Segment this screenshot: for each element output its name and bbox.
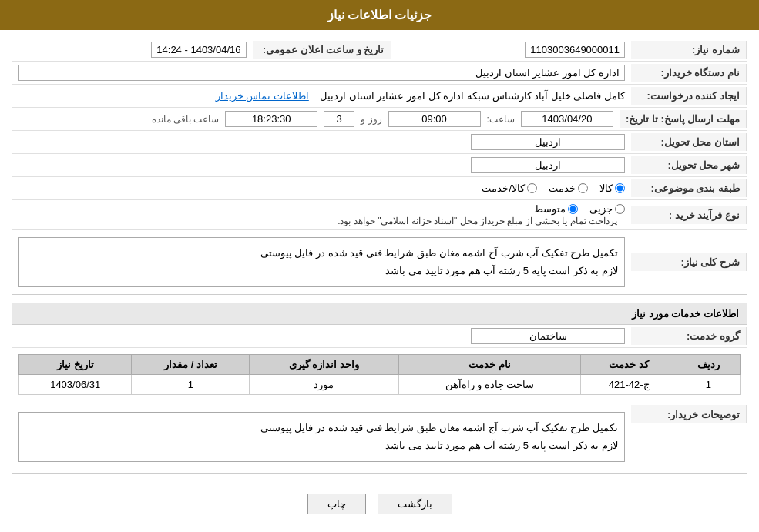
- info-section: شماره نیاز: 1103003649000011 تاریخ و ساع…: [12, 38, 747, 295]
- nove-farayand-value: جزیی متوسط پرداخت تمام یا بخشی از مبلغ خ…: [12, 200, 631, 229]
- nove-jozi-radio[interactable]: [615, 204, 625, 214]
- nove-motevaset-radio[interactable]: [568, 204, 578, 214]
- ostan-box: اردبیل: [471, 134, 625, 150]
- page-title: جزئیات اطلاعات نیاز: [327, 8, 432, 22]
- back-button[interactable]: بازگشت: [378, 494, 452, 514]
- tabaqe-label: طبقه بندی موضوعی:: [631, 179, 747, 197]
- tabaqe-kalakhedmat-label: کالا/خدمت: [482, 182, 525, 194]
- tabaqe-value: کالا خدمت کالا/خدمت: [12, 179, 631, 197]
- ijad-konande-link[interactable]: اطلاعات تماس خریدار: [216, 90, 309, 102]
- tarikh-elaan-label: تاریخ و ساعت اعلان عمومی:: [253, 41, 391, 59]
- buttons-row: بازگشت چاپ: [12, 482, 747, 526]
- row-mohlat: مهلت ارسال پاسخ: تا تاریخ: 1403/04/20 سا…: [12, 108, 747, 131]
- tabaqe-kala-item: کالا: [599, 182, 625, 194]
- main-content: شماره نیاز: 1103003649000011 تاریخ و ساع…: [0, 30, 759, 532]
- tarikh-elaan-value: 1403/04/16 - 14:24: [12, 38, 253, 61]
- goroh-khadamat-value: ساختمان: [12, 325, 631, 347]
- row-goroh-khadamat: گروه خدمت: ساختمان: [12, 325, 747, 348]
- nove-motevaset-item: متوسط: [534, 203, 578, 215]
- buyer-notes-row: توصیحات خریدار: تکمیل طرح تفکیک آب شرب آ…: [12, 401, 747, 473]
- cell-radif: 1: [677, 374, 740, 394]
- mohlat-time-label: ساعت:: [487, 114, 515, 125]
- cell-name: ساخت جاده و راه‌آهن: [398, 374, 581, 394]
- tabaqe-khedmat-label: خدمت: [549, 182, 576, 194]
- services-section: اطلاعات خدمات مورد نیاز گروه خدمت: ساختم…: [12, 303, 747, 474]
- mohlat-time-box: 09:00: [388, 111, 481, 127]
- page-header: جزئیات اطلاعات نیاز: [0, 0, 759, 30]
- cell-date: 1403/06/31: [19, 374, 132, 394]
- cell-count: 1: [132, 374, 250, 394]
- mohlat-roz-box: 3: [324, 111, 354, 127]
- shahr-tahvil-value: اردبیل: [12, 154, 631, 176]
- nove-farayand-label: نوع فرآیند خرید :: [631, 206, 747, 224]
- tabaqe-khedmat-radio[interactable]: [578, 183, 588, 193]
- col-kod: کد خدمت: [581, 354, 677, 374]
- page-container: جزئیات اطلاعات نیاز شماره نیاز: 11030036…: [0, 0, 759, 532]
- row-shahr: شهر محل تحویل: اردبیل: [12, 154, 747, 177]
- mohlat-roz-label: روز و: [361, 114, 381, 125]
- tabaqe-kala-radio[interactable]: [615, 183, 625, 193]
- services-table-container: ردیف کد خدمت نام خدمت واحد اندازه گیری ت…: [12, 348, 747, 401]
- nove-farayand-note: پرداخت تمام یا بخشی از مبلغ خریداز محل "…: [338, 216, 617, 226]
- nove-jozi-label: جزیی: [589, 203, 613, 215]
- shomara-niaz-box: 1103003649000011: [525, 42, 625, 58]
- row-ijad-konande: ایجاد کننده درخواست: کامل فاضلی خلیل آبا…: [12, 85, 747, 108]
- cell-unit: مورد: [250, 374, 398, 394]
- sharh-koli-label: شرح کلی نیاز:: [631, 253, 747, 271]
- buyer-notes-box: تکمیل طرح تفکیک آب شرب آج اشمه مغان طبق …: [18, 412, 625, 462]
- sharh-koli-value: تکمیل طرح تفکیک آب شرب آج اشمه مغان طبق …: [12, 230, 631, 294]
- nam-dastgah-box: اداره کل امور عشایر استان اردبیل: [18, 65, 625, 81]
- ostan-tahvil-label: استان محل تحویل:: [631, 133, 747, 151]
- sharh-koli-box: تکمیل طرح تفکیک آب شرب آج اشمه مغان طبق …: [18, 237, 625, 287]
- nove-jozi-item: جزیی: [589, 203, 625, 215]
- row-shomara: شماره نیاز: 1103003649000011 تاریخ و ساع…: [12, 38, 747, 62]
- col-radif: ردیف: [677, 354, 740, 374]
- tarikh-elaan-box: 1403/04/16 - 14:24: [151, 42, 246, 58]
- row-nove-farayand: نوع فرآیند خرید : جزیی متوسط پرداخت تمام…: [12, 200, 747, 230]
- cell-kod: ج-42-421: [581, 374, 677, 394]
- mohlat-saat-mande-box: 18:23:30: [225, 111, 317, 127]
- mohlat-label: مهلت ارسال پاسخ: تا تاریخ:: [620, 110, 747, 128]
- shomara-niaz-value: 1103003649000011: [391, 38, 632, 61]
- col-name: نام خدمت: [398, 354, 581, 374]
- row-ostan: استان محل تحویل: اردبیل: [12, 131, 747, 154]
- goroh-khadamat-box: ساختمان: [471, 328, 625, 344]
- ijad-konande-value: کامل فاضلی خلیل آباد کارشناس شبکه اداره …: [12, 87, 631, 105]
- nove-motevaset-label: متوسط: [534, 203, 566, 215]
- goroh-khadamat-label: گروه خدمت:: [631, 327, 747, 345]
- nam-dastgah-label: نام دستگاه خریدار:: [631, 64, 747, 82]
- services-table: ردیف کد خدمت نام خدمت واحد اندازه گیری ت…: [18, 354, 741, 395]
- ijad-konande-label: ایجاد کننده درخواست:: [631, 87, 747, 105]
- print-button[interactable]: چاپ: [307, 494, 366, 514]
- tabaqe-kala-label: کالا: [599, 182, 613, 194]
- nove-farayand-radio-group: جزیی متوسط: [18, 203, 625, 215]
- mohlat-saat-mande-label: ساعت باقی مانده: [152, 114, 220, 125]
- shahr-box: اردبیل: [471, 157, 625, 173]
- col-count: تعداد / مقدار: [132, 354, 250, 374]
- row-tabaqe: طبقه بندی موضوعی: کالا خدمت: [12, 177, 747, 200]
- tabaqe-radio-group: کالا خدمت کالا/خدمت: [18, 182, 625, 194]
- table-row: 1 ج-42-421 ساخت جاده و راه‌آهن مورد 1 14…: [19, 374, 741, 394]
- row-sharh-koli: شرح کلی نیاز: تکمیل طرح تفکیک آب شرب آج …: [12, 230, 747, 294]
- mohlat-date-box: 1403/04/20: [521, 111, 613, 127]
- nam-dastgah-value: اداره کل امور عشایر استان اردبیل: [12, 62, 631, 84]
- mohlat-values: 1403/04/20 ساعت: 09:00 روز و 3 18:23:30 …: [12, 108, 620, 130]
- buyer-notes-content: تکمیل طرح تفکیک آب شرب آج اشمه مغان طبق …: [12, 405, 631, 469]
- row-nam-dastgah: نام دستگاه خریدار: اداره کل امور عشایر ا…: [12, 62, 747, 85]
- shahr-tahvil-label: شهر محل تحویل:: [631, 156, 747, 174]
- shomara-niaz-label: شماره نیاز:: [631, 41, 747, 59]
- col-date: تاریخ نیاز: [19, 354, 132, 374]
- col-unit: واحد اندازه گیری: [250, 354, 398, 374]
- ostan-tahvil-value: اردبیل: [12, 131, 631, 153]
- tabaqe-kalakhedmat-radio[interactable]: [527, 183, 537, 193]
- ijad-konande-text: کامل فاضلی خلیل آباد کارشناس شبکه اداره …: [320, 90, 625, 102]
- tabaqe-khedmat-item: خدمت: [549, 182, 588, 194]
- services-section-title: اطلاعات خدمات مورد نیاز: [12, 303, 747, 325]
- buyer-notes-label: توصیحات خریدار:: [631, 405, 747, 423]
- tabaqe-kalakhedmat-item: کالا/خدمت: [482, 182, 537, 194]
